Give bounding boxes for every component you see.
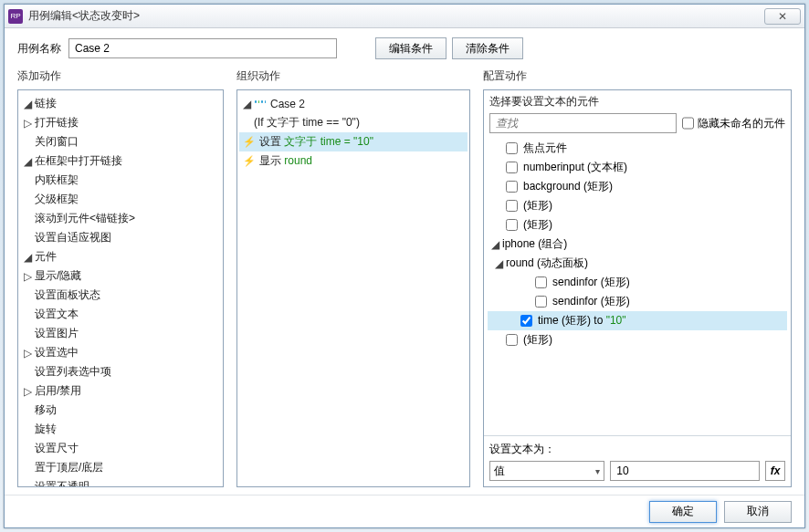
cfg-item-background[interactable]: ▷background (矩形) (488, 177, 787, 196)
organize-panel: ◢ Case 2 ▷(If 文字于 time == "0") ⚡ 设置 文字于 … (236, 89, 470, 487)
app-icon: RP (8, 9, 23, 24)
tree-item-set-text[interactable]: ▷设置文本 (20, 305, 221, 324)
fx-button[interactable]: fx (765, 461, 785, 481)
dialog-window: RP 用例编辑<状态改变时> ✕ 用例名称 编辑条件 清除条件 添加动作 ◢链接… (4, 4, 805, 528)
chevron-down-icon: ▾ (595, 466, 600, 476)
tree-item-bring-front-back[interactable]: ▷置于顶层/底层 (20, 458, 221, 477)
tree-item-inline-frame[interactable]: ▷内联框架 (20, 171, 221, 190)
tree-group-links[interactable]: ◢链接 (20, 94, 221, 113)
tree-item-open-in-frame[interactable]: ◢在框架中打开链接 (20, 151, 221, 171)
cfg-item-iphone[interactable]: ◢iphone (组合) (488, 235, 787, 254)
tree-item-panel-state[interactable]: ▷设置面板状态 (20, 286, 221, 305)
edit-condition-button[interactable]: 编辑条件 (375, 37, 447, 59)
widget-search-input[interactable] (489, 113, 677, 133)
cfg-item-sendinfor2[interactable]: ▷sendinfor (矩形) (488, 292, 787, 311)
text-mode-select[interactable]: 值▾ (489, 461, 604, 481)
cfg-item-rect1[interactable]: ▷(矩形) (488, 196, 787, 215)
configure-action-header: 配置动作 (483, 68, 792, 84)
top-row: 用例名称 编辑条件 清除条件 (17, 37, 792, 59)
tree-item-close-window[interactable]: ▷关闭窗口 (20, 132, 221, 151)
cfg-item-numberinput[interactable]: ▷numberinput (文本框) (488, 158, 787, 177)
dialog-footer: 确定 取消 (5, 495, 804, 527)
tree-item-set-selected[interactable]: ▷设置选中 (20, 343, 221, 362)
case-name-label: 用例名称 (17, 41, 61, 57)
cfg-item-time[interactable]: ▷time (矩形) to "10" (488, 311, 787, 330)
tree-item-show-hide[interactable]: ▷显示/隐藏 (20, 266, 221, 286)
tree-group-widgets[interactable]: ◢元件 (20, 247, 221, 266)
tree-item-open-link[interactable]: ▷打开链接 (20, 113, 221, 132)
add-actions-header: 添加动作 (17, 68, 224, 84)
set-text-label: 设置文本为： (489, 442, 785, 457)
tree-item-parent-frame[interactable]: ▷父级框架 (20, 190, 221, 209)
tree-item-set-adaptive[interactable]: ▷设置自适应视图 (20, 228, 221, 247)
tree-item-set-list-selection[interactable]: ▷设置列表选中项 (20, 362, 221, 381)
tree-item-set-opacity[interactable]: ▷设置不透明 (20, 477, 221, 487)
cfg-item-sendinfor1[interactable]: ▷sendinfor (矩形) (488, 273, 787, 292)
text-value-input[interactable] (610, 461, 760, 481)
bolt-icon: ⚡ (243, 136, 256, 148)
tree-item-set-image[interactable]: ▷设置图片 (20, 324, 221, 343)
tree-item-enable-disable[interactable]: ▷启用/禁用 (20, 381, 221, 401)
cfg-item-focus[interactable]: ▷焦点元件 (488, 139, 787, 158)
bolt-icon: ⚡ (243, 155, 256, 167)
org-case-row[interactable]: ◢ Case 2 (239, 94, 468, 113)
cfg-item-rect3[interactable]: ▷(矩形) (488, 330, 787, 349)
titlebar: RP 用例编辑<状态改变时> ✕ (5, 5, 804, 28)
organize-actions-header: 组织动作 (236, 68, 470, 84)
tree-item-scroll-anchor[interactable]: ▷滚动到元件<锚链接> (20, 209, 221, 228)
org-action-set-text[interactable]: ⚡ 设置 文字于 time = "10" (239, 132, 468, 151)
ok-button[interactable]: 确定 (649, 501, 717, 523)
tree-item-set-size[interactable]: ▷设置尺寸 (20, 439, 221, 458)
tree-item-move[interactable]: ▷移动 (20, 401, 221, 420)
hide-unnamed-checkbox[interactable]: 隐藏未命名的元件 (682, 113, 785, 133)
configure-panel: 选择要设置文本的元件 隐藏未命名的元件 ▷焦点元件 ▷numberinput (… (483, 89, 792, 487)
close-button[interactable]: ✕ (764, 8, 801, 25)
case-icon (254, 99, 267, 109)
cfg-item-rect2[interactable]: ▷(矩形) (488, 215, 787, 235)
clear-condition-button[interactable]: 清除条件 (452, 37, 523, 59)
select-widgets-title: 选择要设置文本的元件 (484, 90, 791, 113)
add-actions-panel: ◢链接 ▷打开链接 ▷关闭窗口 ◢在框架中打开链接 ▷内联框架 ▷父级框架 ▷滚… (17, 89, 224, 487)
case-name-input[interactable] (68, 38, 337, 58)
cfg-item-round[interactable]: ◢round (动态面板) (488, 254, 787, 273)
org-condition-row: ▷(If 文字于 time == "0") (239, 113, 468, 132)
tree-item-rotate[interactable]: ▷旋转 (20, 420, 221, 439)
cancel-button[interactable]: 取消 (724, 501, 792, 523)
org-action-show[interactable]: ⚡ 显示 round (239, 151, 468, 171)
window-title: 用例编辑<状态改变时> (28, 8, 764, 24)
